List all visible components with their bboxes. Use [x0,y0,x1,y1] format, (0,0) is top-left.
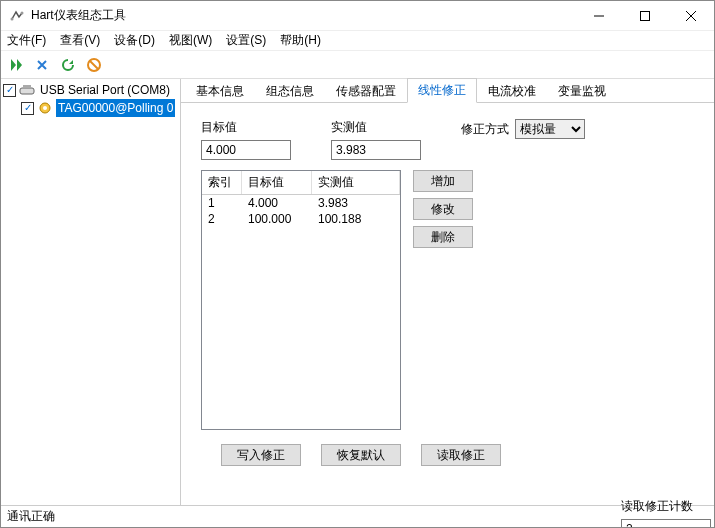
toolbar-stop-button[interactable] [83,54,105,76]
toolbar-play-button[interactable] [5,54,27,76]
tree-root-node[interactable]: ✓ USB Serial Port (COM8) [3,81,178,99]
col-target: 目标值 [242,171,312,194]
app-icon [9,8,25,24]
table-row[interactable]: 2100.000100.188 [202,211,400,227]
cell-target: 4.000 [242,195,312,211]
correction-table[interactable]: 索引 目标值 实测值 14.0003.9832100.000100.188 [201,170,401,430]
device-icon [37,100,53,116]
svg-line-7 [90,61,98,69]
status-bar: 通讯正确 [1,505,714,527]
svg-point-1 [21,11,24,14]
cell-index: 2 [202,211,242,227]
actual-value-label: 实测值 [331,119,421,136]
cell-target: 100.000 [242,211,312,227]
close-button[interactable] [668,1,714,30]
correction-mode-select[interactable]: 模拟量 [515,119,585,139]
menu-view2[interactable]: 视图(W) [167,32,214,49]
checkbox-icon[interactable]: ✓ [21,102,34,115]
toolbar [1,51,714,79]
col-actual: 实测值 [312,171,400,194]
tab-content: 目标值 实测值 修正方式 模拟量 索引 [181,103,714,505]
status-text: 通讯正确 [7,508,55,525]
menu-settings[interactable]: 设置(S) [224,32,268,49]
cell-index: 1 [202,195,242,211]
svg-point-11 [43,106,47,110]
modify-button[interactable]: 修改 [413,198,473,220]
add-button[interactable]: 增加 [413,170,473,192]
col-index: 索引 [202,171,242,194]
tab-basic-info[interactable]: 基本信息 [185,79,255,103]
toolbar-refresh-button[interactable] [57,54,79,76]
menu-help[interactable]: 帮助(H) [278,32,323,49]
toolbar-link-button[interactable] [31,54,53,76]
write-correction-button[interactable]: 写入修正 [221,444,301,466]
tab-linear-correction[interactable]: 线性修正 [407,78,477,103]
svg-rect-9 [23,85,31,88]
menu-bar: 文件(F) 查看(V) 设备(D) 视图(W) 设置(S) 帮助(H) [1,31,714,51]
tab-variable-monitor[interactable]: 变量监视 [547,79,617,103]
delete-button[interactable]: 删除 [413,226,473,248]
port-icon [19,82,35,98]
menu-view[interactable]: 查看(V) [58,32,102,49]
tree-child-label: TAG00000@Polling 0 [56,99,175,117]
menu-file[interactable]: 文件(F) [5,32,48,49]
tab-config-info[interactable]: 组态信息 [255,79,325,103]
read-count-label: 读取修正计数 [621,498,711,515]
restore-default-button[interactable]: 恢复默认 [321,444,401,466]
window-title: Hart仪表组态工具 [31,7,576,24]
tree-child-node[interactable]: ✓ TAG00000@Polling 0 [3,99,178,117]
checkbox-icon[interactable]: ✓ [3,84,16,97]
device-tree: ✓ USB Serial Port (COM8) ✓ TAG00000@Poll… [1,79,181,505]
svg-rect-8 [20,88,34,94]
svg-rect-3 [641,11,650,20]
title-bar: Hart仪表组态工具 [1,1,714,31]
menu-device[interactable]: 设备(D) [112,32,157,49]
target-value-input[interactable] [201,140,291,160]
tab-sensor-config[interactable]: 传感器配置 [325,79,407,103]
table-row[interactable]: 14.0003.983 [202,195,400,211]
read-count-input[interactable] [621,519,711,528]
svg-point-0 [11,17,14,20]
tab-bar: 基本信息 组态信息 传感器配置 线性修正 电流校准 变量监视 [181,79,714,103]
minimize-button[interactable] [576,1,622,30]
main-panel: 基本信息 组态信息 传感器配置 线性修正 电流校准 变量监视 目标值 实测值 修… [181,79,714,505]
maximize-button[interactable] [622,1,668,30]
correction-mode-label: 修正方式 [461,121,509,138]
cell-actual: 100.188 [312,211,400,227]
tab-current-calibration[interactable]: 电流校准 [477,79,547,103]
target-value-label: 目标值 [201,119,291,136]
cell-actual: 3.983 [312,195,400,211]
tree-root-label: USB Serial Port (COM8) [38,81,172,99]
actual-value-input[interactable] [331,140,421,160]
read-correction-button[interactable]: 读取修正 [421,444,501,466]
